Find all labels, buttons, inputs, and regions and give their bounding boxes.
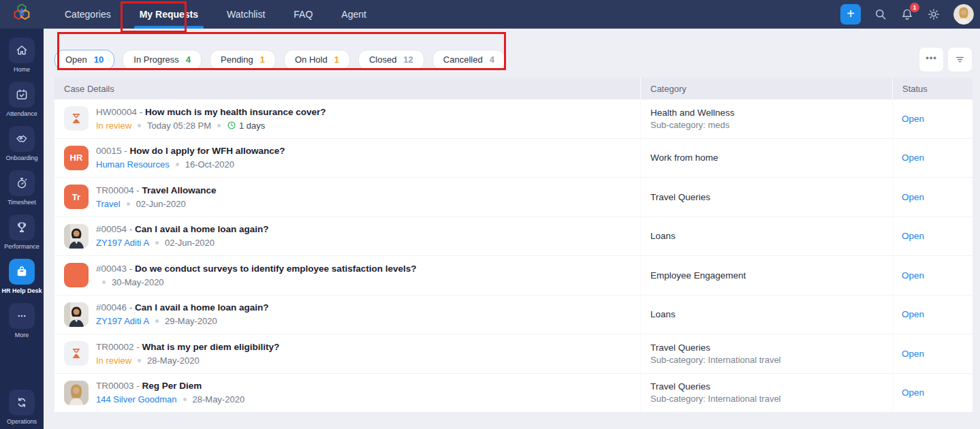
- case-meta-link[interactable]: ZY197 Aditi A: [96, 316, 149, 326]
- settings-button[interactable]: [927, 7, 941, 21]
- table-row[interactable]: #00043 - Do we conduct surveys to identi…: [54, 256, 973, 296]
- case-title: How much is my health insurance cover?: [145, 107, 326, 117]
- sidebar-item-onboarding[interactable]: Onboarding: [0, 126, 44, 161]
- requester-avatar: [64, 263, 89, 287]
- status-cell: Open: [892, 178, 973, 217]
- sidebar-item-label: Performance: [4, 243, 39, 250]
- more-icon: [15, 309, 29, 323]
- case-meta-link[interactable]: In review: [96, 121, 131, 131]
- case-meta-link[interactable]: In review: [96, 355, 131, 366]
- category-cell: Travel Queries: [640, 178, 892, 217]
- status-link[interactable]: Open: [902, 114, 924, 124]
- requester-avatar: [64, 381, 89, 405]
- filter-chip-label: Pending: [221, 54, 253, 65]
- status-link[interactable]: Open: [902, 387, 924, 398]
- filter-chip-label: Closed: [369, 54, 396, 65]
- plus-icon: +: [847, 7, 855, 20]
- dot-separator: [183, 398, 187, 401]
- status-cell: Open: [892, 296, 973, 334]
- status-cell: Open: [892, 334, 973, 373]
- filter-chip-pending[interactable]: Pending 1: [210, 50, 276, 70]
- case-id: TR00003 -: [96, 381, 142, 391]
- helpdesk-icon: [15, 265, 29, 279]
- table-row[interactable]: TR00003 - Reg Per Diem 144 Silver Goodma…: [54, 374, 973, 413]
- table-row[interactable]: HR 00015 - How do I apply for WFH allowa…: [54, 139, 973, 178]
- dot-separator: [155, 241, 159, 244]
- status-link[interactable]: Open: [902, 270, 924, 281]
- sidebar-item-timesheet[interactable]: Timesheet: [0, 170, 44, 206]
- notifications-button[interactable]: 1: [900, 7, 914, 21]
- sidebar-item-performance[interactable]: Performance: [0, 214, 44, 250]
- more-options-button[interactable]: •••: [919, 47, 944, 72]
- table-row[interactable]: TR00002 - What is my per diem eligibilit…: [54, 334, 973, 374]
- case-meta-link[interactable]: ZY197 Aditi A: [96, 238, 149, 248]
- status-cell: Open: [892, 99, 973, 138]
- subcategory: Sub-category: International travel: [650, 355, 892, 365]
- search-icon[interactable]: [874, 7, 887, 21]
- status-link[interactable]: Open: [902, 309, 924, 319]
- category: Travel Queries: [650, 343, 892, 353]
- status-link[interactable]: Open: [902, 349, 924, 359]
- category: Travel Queries: [650, 381, 892, 392]
- sidebar-item-label: HR Help Desk: [1, 287, 42, 294]
- user-avatar[interactable]: [953, 4, 974, 25]
- case-date: 29-May-2020: [165, 316, 217, 326]
- filter-chip-open[interactable]: Open 10: [54, 50, 114, 70]
- nav-tab-categories[interactable]: Categories: [54, 0, 121, 29]
- sidebar-item-attendance[interactable]: Attendance: [0, 82, 44, 117]
- category-cell: Loans: [640, 296, 892, 334]
- case-id: 00015 -: [96, 146, 130, 156]
- table-row[interactable]: Tr TR00004 - Travel Allowance Travel 02-…: [54, 178, 973, 217]
- case-id: TR00004 -: [96, 185, 142, 195]
- column-header-status: Status: [892, 78, 973, 99]
- category: Work from home: [650, 153, 892, 163]
- topbar: CategoriesMy RequestsWatchlistFAQAgent +…: [44, 0, 980, 29]
- case-meta-link[interactable]: Travel: [96, 199, 121, 209]
- sidebar-item-operations[interactable]: Operations: [0, 390, 44, 425]
- nav-tab-my-requests[interactable]: My Requests: [129, 0, 208, 29]
- gear-icon: [927, 7, 941, 21]
- case-details-cell: TR00003 - Reg Per Diem 144 Silver Goodma…: [54, 374, 640, 413]
- table-row[interactable]: #00054 - Can I avail a home loan again? …: [54, 217, 973, 257]
- category: Travel Queries: [650, 192, 892, 202]
- filter-chip-cancelled[interactable]: Cancelled 4: [432, 50, 505, 70]
- filter-chip-label: Cancelled: [443, 54, 483, 65]
- case-date: 30-May-2020: [112, 277, 164, 287]
- case-title: Can I avail a home loan again?: [135, 224, 269, 234]
- status-link[interactable]: Open: [902, 153, 924, 163]
- dot-separator: [138, 124, 141, 127]
- sidebar-item-label: More: [15, 332, 29, 338]
- case-meta-link[interactable]: Human Resources: [96, 159, 170, 170]
- filter-chip-on-hold[interactable]: On Hold 1: [284, 50, 350, 70]
- operations-icon: [15, 396, 29, 409]
- status-link[interactable]: Open: [902, 192, 924, 202]
- nav-tab-agent[interactable]: Agent: [331, 0, 377, 29]
- requester-avatar: [64, 224, 89, 249]
- filter-chip-count: 1: [260, 54, 265, 65]
- table-row[interactable]: HW00004 - How much is my health insuranc…: [54, 99, 973, 139]
- status-link[interactable]: Open: [902, 231, 924, 241]
- sidebar-item-more[interactable]: More: [0, 303, 44, 338]
- table-row[interactable]: #00046 - Can I avail a home loan again? …: [54, 296, 973, 335]
- requester-avatar: [64, 302, 89, 327]
- nav-tab-faq[interactable]: FAQ: [283, 0, 323, 29]
- dot-separator: [176, 163, 179, 166]
- app-logo[interactable]: [0, 0, 44, 29]
- case-meta-link[interactable]: 144 Silver Goodman: [96, 394, 177, 404]
- nav-tab-watchlist[interactable]: Watchlist: [217, 0, 275, 29]
- filter-chip-in-progress[interactable]: In Progress 4: [123, 50, 202, 70]
- main-content: Open 10 In Progress 4 Pending 1 On Hold …: [44, 29, 980, 429]
- sidebar-item-home[interactable]: Home: [0, 37, 44, 73]
- case-details-cell: #00043 - Do we conduct surveys to identi…: [54, 256, 640, 295]
- subcategory: Sub-category: International travel: [650, 394, 892, 404]
- case-title: Do we conduct surveys to identify employ…: [135, 264, 416, 274]
- sidebar-item-label: Timesheet: [7, 199, 36, 206]
- filter-chip-closed[interactable]: Closed 12: [358, 50, 424, 70]
- sidebar-item-hr-help-desk[interactable]: HR Help Desk: [0, 259, 44, 294]
- case-id: TR00002 -: [96, 342, 142, 352]
- filter-button[interactable]: [947, 47, 973, 72]
- onboarding-icon: [15, 132, 29, 146]
- ellipsis-icon: •••: [926, 52, 937, 67]
- status-cell: Open: [892, 139, 973, 178]
- add-button[interactable]: +: [840, 4, 861, 25]
